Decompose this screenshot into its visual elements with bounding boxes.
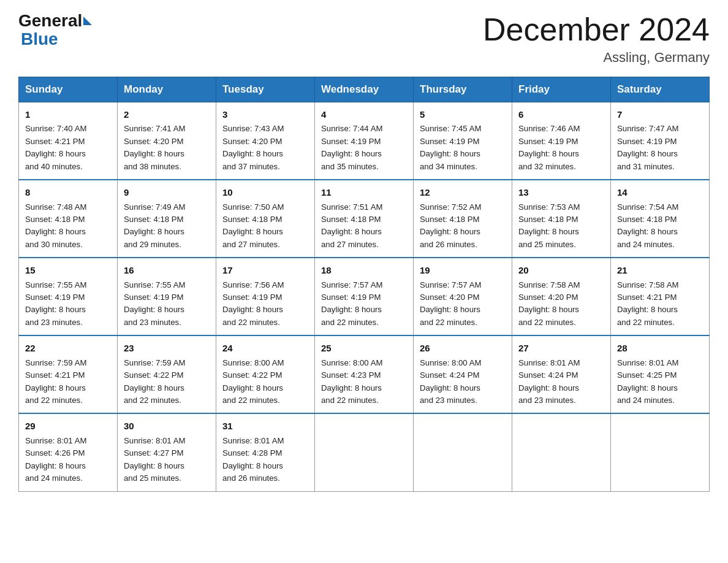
cell-details: Sunrise: 8:01 AM Sunset: 4:25 PM Dayligh… (617, 357, 703, 407)
day-number: 28 (617, 341, 703, 355)
calendar-cell: 28 Sunrise: 8:01 AM Sunset: 4:25 PM Dayl… (611, 335, 710, 413)
day-number: 5 (420, 107, 506, 121)
calendar-cell: 4 Sunrise: 7:44 AM Sunset: 4:19 PM Dayli… (315, 102, 414, 180)
calendar-cell: 26 Sunrise: 8:00 AM Sunset: 4:24 PM Dayl… (414, 335, 512, 413)
day-number: 29 (25, 419, 111, 433)
calendar-cell: 27 Sunrise: 8:01 AM Sunset: 4:24 PM Dayl… (512, 335, 611, 413)
calendar-cell: 14 Sunrise: 7:54 AM Sunset: 4:18 PM Dayl… (611, 180, 710, 258)
title-area: December 2024 Assling, Germany (483, 12, 710, 66)
day-number: 31 (222, 419, 308, 433)
cell-details: Sunrise: 8:01 AM Sunset: 4:27 PM Dayligh… (124, 435, 210, 485)
cell-details: Sunrise: 7:51 AM Sunset: 4:18 PM Dayligh… (321, 201, 407, 251)
calendar-table: SundayMondayTuesdayWednesdayThursdayFrid… (18, 77, 710, 491)
calendar-cell (315, 413, 414, 491)
calendar-cell: 16 Sunrise: 7:55 AM Sunset: 4:19 PM Dayl… (118, 258, 216, 335)
week-row-1: 1 Sunrise: 7:40 AM Sunset: 4:21 PM Dayli… (19, 102, 710, 180)
day-number: 10 (222, 185, 308, 199)
cell-details: Sunrise: 7:49 AM Sunset: 4:18 PM Dayligh… (124, 201, 210, 251)
weekday-header-friday: Friday (512, 77, 611, 102)
cell-details: Sunrise: 7:45 AM Sunset: 4:19 PM Dayligh… (420, 123, 506, 173)
day-number: 21 (617, 263, 703, 277)
day-number: 20 (518, 263, 604, 277)
cell-details: Sunrise: 7:44 AM Sunset: 4:19 PM Dayligh… (321, 123, 407, 173)
day-number: 2 (124, 107, 210, 121)
weekday-header-sunday: Sunday (19, 77, 118, 102)
calendar-cell: 15 Sunrise: 7:55 AM Sunset: 4:19 PM Dayl… (19, 258, 118, 335)
cell-details: Sunrise: 7:52 AM Sunset: 4:18 PM Dayligh… (420, 201, 506, 251)
day-number: 22 (25, 341, 111, 355)
weekday-header-tuesday: Tuesday (216, 77, 315, 102)
cell-details: Sunrise: 7:58 AM Sunset: 4:20 PM Dayligh… (518, 279, 604, 329)
calendar-cell: 6 Sunrise: 7:46 AM Sunset: 4:19 PM Dayli… (512, 102, 611, 180)
day-number: 8 (25, 185, 111, 199)
day-number: 25 (321, 341, 407, 355)
cell-details: Sunrise: 7:59 AM Sunset: 4:21 PM Dayligh… (25, 357, 111, 407)
calendar-cell: 31 Sunrise: 8:01 AM Sunset: 4:28 PM Dayl… (216, 413, 315, 491)
calendar-cell: 11 Sunrise: 7:51 AM Sunset: 4:18 PM Dayl… (315, 180, 414, 258)
cell-details: Sunrise: 7:57 AM Sunset: 4:20 PM Dayligh… (420, 279, 506, 329)
cell-details: Sunrise: 7:57 AM Sunset: 4:19 PM Dayligh… (321, 279, 407, 329)
cell-details: Sunrise: 7:56 AM Sunset: 4:19 PM Dayligh… (222, 279, 308, 329)
calendar-cell: 18 Sunrise: 7:57 AM Sunset: 4:19 PM Dayl… (315, 258, 414, 335)
calendar-cell: 7 Sunrise: 7:47 AM Sunset: 4:19 PM Dayli… (611, 102, 710, 180)
day-number: 24 (222, 341, 308, 355)
week-row-2: 8 Sunrise: 7:48 AM Sunset: 4:18 PM Dayli… (19, 180, 710, 258)
calendar-cell: 19 Sunrise: 7:57 AM Sunset: 4:20 PM Dayl… (414, 258, 512, 335)
page-header: General Blue December 2024 Assling, Germ… (18, 12, 710, 66)
calendar-cell: 30 Sunrise: 8:01 AM Sunset: 4:27 PM Dayl… (118, 413, 216, 491)
day-number: 27 (518, 341, 604, 355)
day-number: 1 (25, 107, 111, 121)
month-title: December 2024 (483, 12, 710, 47)
day-number: 16 (124, 263, 210, 277)
day-number: 30 (124, 419, 210, 433)
cell-details: Sunrise: 7:58 AM Sunset: 4:21 PM Dayligh… (617, 279, 703, 329)
week-row-5: 29 Sunrise: 8:01 AM Sunset: 4:26 PM Dayl… (19, 413, 710, 491)
cell-details: Sunrise: 7:43 AM Sunset: 4:20 PM Dayligh… (222, 123, 308, 173)
calendar-cell: 20 Sunrise: 7:58 AM Sunset: 4:20 PM Dayl… (512, 258, 611, 335)
day-number: 18 (321, 263, 407, 277)
calendar-cell: 12 Sunrise: 7:52 AM Sunset: 4:18 PM Dayl… (414, 180, 512, 258)
day-number: 3 (222, 107, 308, 121)
calendar-cell: 2 Sunrise: 7:41 AM Sunset: 4:20 PM Dayli… (118, 102, 216, 180)
calendar-cell (414, 413, 512, 491)
cell-details: Sunrise: 7:47 AM Sunset: 4:19 PM Dayligh… (617, 123, 703, 173)
day-number: 4 (321, 107, 407, 121)
calendar-cell: 9 Sunrise: 7:49 AM Sunset: 4:18 PM Dayli… (118, 180, 216, 258)
day-number: 19 (420, 263, 506, 277)
day-number: 14 (617, 185, 703, 199)
cell-details: Sunrise: 7:41 AM Sunset: 4:20 PM Dayligh… (124, 123, 210, 173)
week-row-4: 22 Sunrise: 7:59 AM Sunset: 4:21 PM Dayl… (19, 335, 710, 413)
cell-details: Sunrise: 8:01 AM Sunset: 4:26 PM Dayligh… (25, 435, 111, 485)
day-number: 23 (124, 341, 210, 355)
logo-blue-text: Blue (21, 29, 58, 48)
calendar-cell: 23 Sunrise: 7:59 AM Sunset: 4:22 PM Dayl… (118, 335, 216, 413)
week-row-3: 15 Sunrise: 7:55 AM Sunset: 4:19 PM Dayl… (19, 258, 710, 335)
cell-details: Sunrise: 7:48 AM Sunset: 4:18 PM Dayligh… (25, 201, 111, 251)
cell-details: Sunrise: 7:46 AM Sunset: 4:19 PM Dayligh… (518, 123, 604, 173)
calendar-cell: 8 Sunrise: 7:48 AM Sunset: 4:18 PM Dayli… (19, 180, 118, 258)
day-number: 7 (617, 107, 703, 121)
cell-details: Sunrise: 8:01 AM Sunset: 4:24 PM Dayligh… (518, 357, 604, 407)
calendar-cell: 3 Sunrise: 7:43 AM Sunset: 4:20 PM Dayli… (216, 102, 315, 180)
calendar-cell: 17 Sunrise: 7:56 AM Sunset: 4:19 PM Dayl… (216, 258, 315, 335)
calendar-cell: 21 Sunrise: 7:58 AM Sunset: 4:21 PM Dayl… (611, 258, 710, 335)
logo: General (18, 12, 93, 29)
calendar-cell: 5 Sunrise: 7:45 AM Sunset: 4:19 PM Dayli… (414, 102, 512, 180)
calendar-cell: 10 Sunrise: 7:50 AM Sunset: 4:18 PM Dayl… (216, 180, 315, 258)
calendar-cell: 24 Sunrise: 8:00 AM Sunset: 4:22 PM Dayl… (216, 335, 315, 413)
day-number: 26 (420, 341, 506, 355)
cell-details: Sunrise: 7:59 AM Sunset: 4:22 PM Dayligh… (124, 357, 210, 407)
cell-details: Sunrise: 7:55 AM Sunset: 4:19 PM Dayligh… (25, 279, 111, 329)
calendar-cell (611, 413, 710, 491)
calendar-cell: 1 Sunrise: 7:40 AM Sunset: 4:21 PM Dayli… (19, 102, 118, 180)
day-number: 15 (25, 263, 111, 277)
logo-triangle-icon (83, 17, 92, 25)
cell-details: Sunrise: 7:54 AM Sunset: 4:18 PM Dayligh… (617, 201, 703, 251)
cell-details: Sunrise: 8:00 AM Sunset: 4:23 PM Dayligh… (321, 357, 407, 407)
cell-details: Sunrise: 8:00 AM Sunset: 4:24 PM Dayligh… (420, 357, 506, 407)
calendar-cell: 25 Sunrise: 8:00 AM Sunset: 4:23 PM Dayl… (315, 335, 414, 413)
day-number: 12 (420, 185, 506, 199)
cell-details: Sunrise: 7:55 AM Sunset: 4:19 PM Dayligh… (124, 279, 210, 329)
day-number: 13 (518, 185, 604, 199)
calendar-cell (512, 413, 611, 491)
